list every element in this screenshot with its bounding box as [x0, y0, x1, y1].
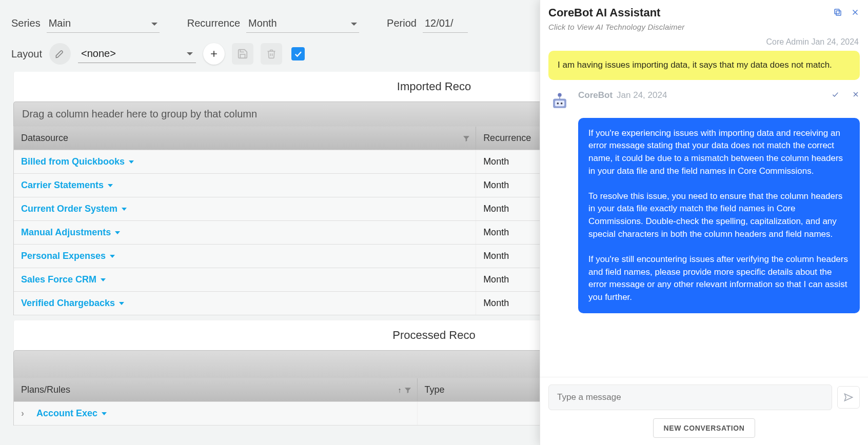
col-datasource-label: Datasource [21, 133, 68, 143]
datasource-link[interactable]: Sales Force CRM [21, 274, 106, 285]
chevron-down-icon [351, 23, 357, 26]
trash-icon [266, 49, 277, 59]
datasource-link[interactable]: Billed from Quickbooks [21, 156, 134, 167]
popout-icon[interactable] [833, 8, 842, 18]
svg-point-6 [557, 102, 559, 104]
caret-down-icon [115, 231, 120, 234]
bot-message-bubble: If you're experiencing issues with impor… [578, 118, 860, 313]
recurrence-label: Recurrence [187, 17, 240, 29]
save-icon [237, 48, 248, 59]
user-name: Core Admin [766, 37, 809, 46]
col-plans[interactable]: Plans/Rules ↑ [14, 378, 417, 402]
recurrence-value: Month [248, 17, 277, 29]
layout-select[interactable]: <none> [78, 45, 196, 63]
caret-down-icon [101, 278, 106, 281]
layout-value: <none> [81, 48, 116, 59]
caret-down-icon [129, 160, 134, 164]
col-plans-label: Plans/Rules [21, 385, 70, 395]
check-icon [293, 49, 303, 58]
plus-icon [209, 49, 219, 59]
series-value: Main [49, 17, 71, 29]
add-layout-button[interactable] [203, 43, 225, 65]
send-button[interactable] [837, 386, 860, 409]
filter-icon[interactable] [404, 386, 412, 394]
expand-row-button[interactable]: › [21, 408, 31, 419]
datasource-link[interactable]: Verified Chargebacks [21, 298, 124, 309]
send-icon [843, 392, 854, 402]
sort-asc-icon[interactable]: ↑ [398, 386, 402, 394]
dismiss-response-button[interactable] [852, 90, 860, 101]
datasource-link[interactable]: Personal Expenses [21, 251, 115, 261]
chevron-down-icon [187, 52, 193, 55]
series-select[interactable]: Main [47, 15, 160, 33]
user-message-bubble: I am having issues importing data, it sa… [548, 51, 860, 80]
series-label: Series [11, 17, 41, 29]
caret-down-icon [119, 302, 124, 305]
filter-icon[interactable] [462, 134, 470, 143]
caret-down-icon [110, 255, 115, 258]
datasource-link[interactable]: Carrier Statements [21, 180, 113, 191]
recurrence-select[interactable]: Month [246, 15, 359, 33]
svg-rect-5 [555, 100, 564, 106]
chat-input[interactable] [548, 385, 832, 410]
plan-link[interactable]: Account Exec [36, 408, 107, 419]
bot-avatar-icon [548, 90, 571, 113]
save-layout-button[interactable] [232, 43, 253, 65]
layout-applied-toggle[interactable] [291, 47, 305, 60]
period-value: 12/01/ [425, 17, 453, 29]
approve-response-button[interactable] [831, 90, 839, 101]
edit-layout-button[interactable] [49, 43, 71, 65]
period-field[interactable]: 12/01/ [423, 15, 468, 33]
period-label: Period [387, 17, 417, 29]
close-button[interactable] [851, 8, 860, 18]
chevron-down-icon [151, 23, 157, 26]
col-datasource[interactable]: Datasource [14, 127, 476, 150]
svg-point-7 [561, 102, 563, 104]
chat-title: CoreBot AI Assistant [548, 6, 660, 19]
datasource-link[interactable]: Manual Adjustments [21, 227, 120, 238]
pencil-icon [55, 49, 65, 59]
bot-date: Jan 24, 2024 [617, 90, 667, 100]
layout-label: Layout [11, 48, 42, 60]
user-message-meta: Core Admin Jan 24, 2024 [540, 36, 868, 51]
new-conversation-button[interactable]: NEW CONVERSATION [653, 418, 756, 438]
user-date: Jan 24, 2024 [811, 37, 859, 46]
datasource-link[interactable]: Current Order System [21, 204, 127, 214]
delete-layout-button[interactable] [261, 43, 282, 65]
chat-panel: CoreBot AI Assistant Click to View AI Te… [540, 0, 868, 445]
caret-down-icon [122, 208, 127, 211]
disclaimer-link[interactable]: Click to View AI Technology Disclaimer [540, 23, 868, 36]
col-type-label: Type [425, 385, 445, 395]
caret-down-icon [102, 412, 107, 415]
col-recurrence-label: Recurrence [483, 133, 531, 143]
svg-rect-0 [835, 9, 839, 14]
caret-down-icon [108, 184, 113, 187]
svg-point-2 [558, 93, 561, 96]
svg-rect-1 [836, 11, 841, 15]
bot-name: CoreBot [578, 90, 613, 100]
